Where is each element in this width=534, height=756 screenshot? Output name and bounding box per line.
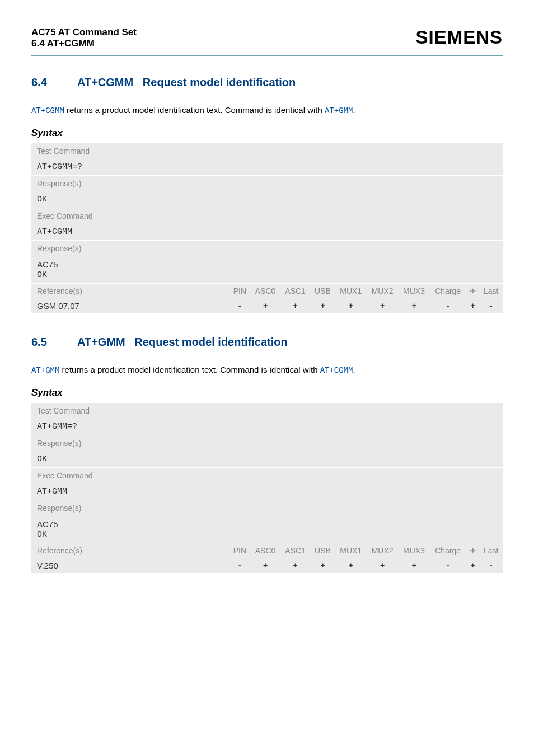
section-heading-6-4: 6.4 AT+CGMM Request model identification — [31, 76, 503, 89]
response-model: AC75 — [31, 256, 503, 269]
exec-command-label: Exec Command — [31, 467, 503, 483]
val-mux2: + — [367, 298, 398, 313]
col-mux1: MUX1 — [335, 543, 367, 558]
val-asc1: + — [280, 298, 311, 313]
exec-command: AT+CGMM — [31, 224, 503, 240]
syntax-box-6-4: Test Command AT+CGMM=? Response(s) OK Ex… — [31, 143, 503, 313]
reference-value: V.250 — [31, 558, 229, 573]
section-title-command: AT+GMM — [77, 336, 125, 348]
val-pin: - — [229, 558, 251, 573]
col-asc0: ASC0 — [250, 284, 280, 298]
val-mux3: + — [398, 558, 429, 573]
header-left: AC75 AT Command Set 6.4 AT+CGMM — [31, 27, 137, 49]
col-mux1: MUX1 — [335, 284, 367, 298]
section-title-text: Request model identification — [134, 336, 287, 348]
col-arrow-icon: ✈ — [466, 543, 479, 558]
col-mux2: MUX2 — [367, 543, 398, 558]
test-command-label: Test Command — [31, 403, 503, 419]
link-at-gmm[interactable]: AT+GMM — [31, 366, 59, 375]
col-arrow-icon: ✈ — [466, 284, 479, 298]
val-pin: - — [229, 298, 251, 313]
ref-value-row: GSM 07.07 - + + + + + + - + - — [31, 298, 503, 313]
val-mux1: + — [335, 558, 367, 573]
section-number: 6.4 — [31, 76, 77, 89]
doc-title-line2: 6.4 AT+CGMM — [31, 38, 137, 49]
response-ok-1: OK — [31, 191, 503, 208]
section-6-5: 6.5 AT+GMM Request model identification … — [31, 336, 503, 573]
val-last: - — [480, 558, 503, 573]
link-at-gmm[interactable]: AT+GMM — [325, 106, 353, 115]
section-intro-6-4: AT+CGMM returns a product model identifi… — [31, 105, 503, 116]
val-mux2: + — [367, 558, 398, 573]
header-divider — [31, 55, 503, 56]
reference-label: Reference(s) — [31, 543, 229, 558]
col-mux3: MUX3 — [398, 543, 429, 558]
syntax-label: Syntax — [31, 387, 503, 398]
val-arrow: + — [466, 558, 479, 573]
val-asc0: + — [250, 298, 280, 313]
val-usb: + — [310, 298, 335, 313]
section-title-text: Request model identification — [143, 76, 296, 88]
val-mux1: + — [335, 298, 367, 313]
response-label-2: Response(s) — [31, 500, 503, 516]
link-at-cgmm[interactable]: AT+CGMM — [320, 366, 353, 375]
header: AC75 AT Command Set 6.4 AT+CGMM SIEMENS — [31, 27, 503, 49]
response-label-2: Response(s) — [31, 240, 503, 256]
exec-command-label: Exec Command — [31, 208, 503, 224]
ref-header-row: Reference(s) PIN ASC0 ASC1 USB MUX1 MUX2… — [31, 543, 503, 558]
col-pin: PIN — [229, 543, 251, 558]
response-label-1: Response(s) — [31, 435, 503, 451]
reference-label: Reference(s) — [31, 284, 229, 298]
ref-value-row: V.250 - + + + + + + - + - — [31, 558, 503, 573]
reference-table-6-4: Reference(s) PIN ASC0 ASC1 USB MUX1 MUX2… — [31, 284, 503, 313]
col-usb: USB — [310, 543, 335, 558]
section-title: AT+GMM Request model identification — [77, 336, 288, 349]
section-number: 6.5 — [31, 336, 77, 349]
syntax-box-6-5: Test Command AT+GMM=? Response(s) OK Exe… — [31, 403, 503, 573]
link-at-cgmm[interactable]: AT+CGMM — [31, 106, 64, 115]
test-command-label: Test Command — [31, 143, 503, 159]
reference-value: GSM 07.07 — [31, 298, 229, 313]
section-heading-6-5: 6.5 AT+GMM Request model identification — [31, 336, 503, 349]
col-asc0: ASC0 — [250, 543, 280, 558]
section-title-command: AT+CGMM — [77, 76, 133, 88]
val-arrow: + — [466, 298, 479, 313]
col-last: Last — [480, 284, 503, 298]
col-last: Last — [480, 543, 503, 558]
test-command: AT+GMM=? — [31, 419, 503, 435]
reference-table-6-5: Reference(s) PIN ASC0 ASC1 USB MUX1 MUX2… — [31, 543, 503, 573]
exec-command: AT+GMM — [31, 483, 503, 500]
col-mux3: MUX3 — [398, 284, 429, 298]
siemens-logo: SIEMENS — [415, 27, 503, 48]
col-asc1: ASC1 — [280, 543, 311, 558]
section-intro-6-5: AT+GMM returns a product model identific… — [31, 364, 503, 376]
val-last: - — [480, 298, 503, 313]
intro-end: . — [353, 105, 355, 115]
col-pin: PIN — [229, 284, 251, 298]
page: AC75 AT Command Set 6.4 AT+CGMM SIEMENS … — [0, 0, 534, 756]
intro-end: . — [353, 365, 355, 374]
val-usb: + — [310, 558, 335, 573]
val-charge: - — [430, 558, 466, 573]
col-asc1: ASC1 — [280, 284, 311, 298]
syntax-label: Syntax — [31, 128, 503, 139]
response-ok-1: OK — [31, 451, 503, 467]
response-ok-2: OK — [31, 529, 503, 543]
col-mux2: MUX2 — [367, 284, 398, 298]
val-mux3: + — [398, 298, 429, 313]
intro-text: returns a product model identification t… — [59, 365, 320, 374]
test-command: AT+CGMM=? — [31, 159, 503, 175]
col-charge: Charge — [430, 543, 466, 558]
intro-text: returns a product model identification t… — [64, 105, 325, 115]
col-charge: Charge — [430, 284, 466, 298]
doc-title-line1: AC75 AT Command Set — [31, 27, 137, 38]
val-asc1: + — [280, 558, 311, 573]
val-asc0: + — [250, 558, 280, 573]
col-usb: USB — [310, 284, 335, 298]
response-ok-2: OK — [31, 269, 503, 283]
val-charge: - — [430, 298, 466, 313]
response-label-1: Response(s) — [31, 175, 503, 191]
ref-header-row: Reference(s) PIN ASC0 ASC1 USB MUX1 MUX2… — [31, 284, 503, 298]
section-title: AT+CGMM Request model identification — [77, 76, 296, 89]
response-model: AC75 — [31, 516, 503, 529]
